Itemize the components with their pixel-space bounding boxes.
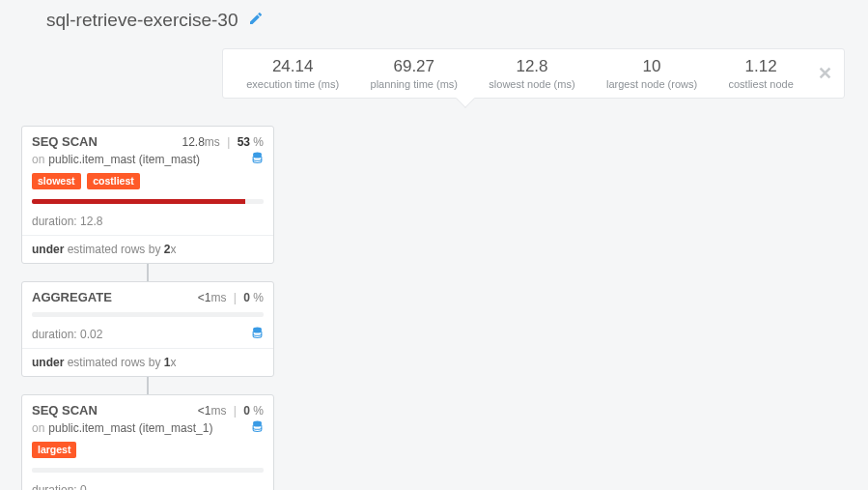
tag-largest: largest <box>32 442 76 458</box>
node-timing: <1ms | 0 % <box>198 291 264 304</box>
estimate-mid: estimated rows by <box>64 243 163 256</box>
separator: | <box>227 135 230 149</box>
estimate-suffix: x <box>170 356 176 369</box>
pct-symbol: % <box>253 291 264 304</box>
stats-bar: 24.14 execution time (ms) 69.27 planning… <box>222 48 845 99</box>
edit-icon[interactable] <box>248 11 264 30</box>
stat-value: 69.27 <box>371 57 458 76</box>
stat-largest-node: 10 largest node (rows) <box>593 57 711 90</box>
estimate-mid: estimated rows by <box>64 356 163 369</box>
duration-bar-fill <box>32 199 245 204</box>
estimate-prefix: under <box>32 356 64 369</box>
duration-value: 12.8 <box>80 215 102 228</box>
on-label: on <box>32 421 44 435</box>
stat-value: 1.12 <box>729 57 794 76</box>
node-name: SEQ SCAN <box>32 403 198 418</box>
database-icon[interactable] <box>251 151 264 167</box>
separator: | <box>234 404 237 418</box>
duration-bar <box>32 468 264 473</box>
node-header: SEQ SCAN <1ms | 0 % <box>32 403 264 418</box>
node-connector <box>147 264 149 281</box>
estimate-prefix: under <box>32 243 64 256</box>
tag-slowest: slowest <box>32 173 81 189</box>
node-time-unit: ms <box>205 135 220 149</box>
node-header: AGGREGATE <1ms | 0 % <box>32 290 264 304</box>
pct-symbol: % <box>253 404 264 418</box>
on-label: on <box>32 153 44 166</box>
stat-costliest-node: 1.12 costliest node <box>715 57 807 90</box>
stat-execution-time: 24.14 execution time (ms) <box>233 57 352 90</box>
stat-value: 10 <box>606 57 697 76</box>
node-pct: 53 <box>238 135 250 149</box>
stats-notch <box>456 89 475 108</box>
node-pct: 0 <box>243 404 250 418</box>
duration-bar <box>32 199 264 204</box>
plan-node-aggregate[interactable]: AGGREGATE <1ms | 0 % duration: 0.02 unde… <box>21 281 274 377</box>
node-header: SEQ SCAN 12.8ms | 53 % <box>32 134 264 149</box>
duration-row: duration: 12.8 <box>22 208 273 235</box>
node-time-unit: ms <box>210 291 226 304</box>
node-relation-row: on public.item_mast (item_mast_1) <box>32 419 264 436</box>
node-name: AGGREGATE <box>32 290 198 304</box>
database-icon[interactable] <box>251 326 264 342</box>
stat-label: largest node (rows) <box>606 78 697 90</box>
node-tags: largest <box>32 442 264 458</box>
estimate-row: under estimated rows by 1x <box>22 348 273 376</box>
node-timing: 12.8ms | 53 % <box>182 135 264 149</box>
relation-name: public.item_mast (item_mast_1) <box>48 421 212 435</box>
duration-value: 0.02 <box>80 328 102 341</box>
node-time-value: <1 <box>198 404 211 418</box>
plan-nodes: SEQ SCAN 12.8ms | 53 % on public.item_ma… <box>21 126 274 490</box>
duration-label: duration: <box>32 328 80 341</box>
stat-label: costliest node <box>729 78 794 90</box>
stat-slowest-node: 12.8 slowest node (ms) <box>475 57 588 90</box>
pct-symbol: % <box>253 135 264 149</box>
stat-label: planning time (ms) <box>371 78 458 90</box>
estimate-row: under estimated rows by 2x <box>22 235 273 263</box>
duration-label: duration: <box>32 215 80 228</box>
node-relation-row: on public.item_mast (item_mast) <box>32 151 264 167</box>
stat-planning-time: 69.27 planning time (ms) <box>357 57 471 90</box>
plan-node-seq-scan[interactable]: SEQ SCAN <1ms | 0 % on public.item_mast … <box>21 394 274 490</box>
duration-row: duration: 0.02 <box>22 321 273 348</box>
node-time-value: 12.8 <box>182 135 204 149</box>
plan-node-seq-scan[interactable]: SEQ SCAN 12.8ms | 53 % on public.item_ma… <box>21 126 274 264</box>
plan-title: sql-retrieve-exercise-30 <box>46 10 238 31</box>
duration-bar <box>32 312 264 317</box>
stat-value: 24.14 <box>246 57 339 76</box>
database-icon[interactable] <box>251 419 264 436</box>
relation-name: public.item_mast (item_mast) <box>48 153 200 166</box>
node-pct: 0 <box>243 291 250 304</box>
node-time-unit: ms <box>210 404 226 418</box>
separator: | <box>234 291 237 304</box>
node-timing: <1ms | 0 % <box>198 404 264 418</box>
stat-label: execution time (ms) <box>246 78 339 90</box>
node-time-value: <1 <box>198 291 211 304</box>
estimate-suffix: x <box>170 243 176 256</box>
page-title-area: sql-retrieve-exercise-30 <box>0 0 868 48</box>
close-icon[interactable]: ✕ <box>818 63 832 84</box>
duration-row: duration: 0 <box>22 476 273 490</box>
node-name: SEQ SCAN <box>32 134 182 149</box>
duration-value: 0 <box>80 483 87 490</box>
stat-value: 12.8 <box>489 57 574 76</box>
tag-costliest: costliest <box>87 173 140 189</box>
node-connector <box>147 377 149 394</box>
stat-label: slowest node (ms) <box>489 78 574 90</box>
node-tags: slowest costliest <box>32 173 264 189</box>
duration-label: duration: <box>32 483 80 490</box>
